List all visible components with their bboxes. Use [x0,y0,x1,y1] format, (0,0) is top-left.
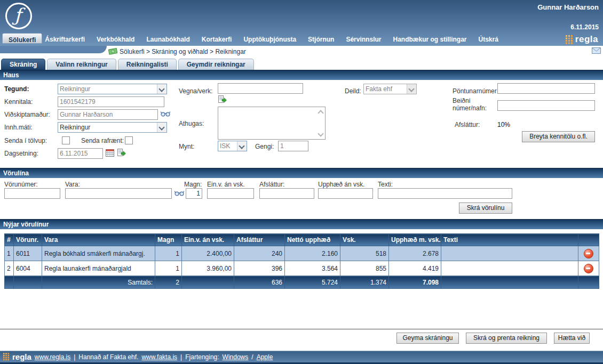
apple-link[interactable]: Apple [257,353,273,361]
senda-rafraent-checkbox[interactable] [125,136,133,144]
delete-row-icon[interactable] [584,249,593,258]
senda-tolvup-checkbox[interactable] [62,136,70,144]
vegna-field[interactable] [218,83,303,94]
afslattur-label: Afsláttur: [455,121,480,128]
breyta-kennitolu-button[interactable]: Breyta kennitölu o.fl. [522,131,595,142]
nav-item-stjornun[interactable]: Stjórnun [302,33,340,46]
fakta-link[interactable]: www.fakta.is [141,353,177,361]
cell: 2.678 [389,246,441,261]
col-hash: # [5,234,14,246]
nav-item-servinnslur[interactable]: Sérvinnslur [340,33,387,46]
beidni-field[interactable] [497,100,595,111]
cell: 3.960,00 [182,261,234,276]
chevron-down-icon[interactable] [237,141,247,151]
senda-tolvup-label: Senda í tölvup: [4,137,47,144]
kennitala-field[interactable] [58,96,164,107]
cell [14,276,42,289]
table-row: 1 6011 Regla bókhald smákerfi mánaðargj.… [5,246,599,261]
vara-label: Vara: [65,181,80,188]
texti-label: Texti: [378,181,393,188]
insert-date-icon[interactable] [117,149,126,157]
mail-icon[interactable] [592,47,601,55]
gengi-field[interactable] [278,141,308,151]
skra-og-prenta-button[interactable]: Skrá og prenta reikning [466,333,547,344]
bottom-divider [0,329,603,329]
nav-item-verkbokhald[interactable]: Verkbókhald [91,33,140,46]
regla-dots-icon [566,35,573,44]
athugas-textarea[interactable] [218,107,326,140]
deild-select[interactable]: Fakta ehf [363,84,417,94]
scroll-down-icon[interactable] [319,132,323,136]
cell: 6004 [14,261,42,276]
lookup-glasses-icon[interactable] [161,111,170,117]
col-vsk: Vsk. [340,234,389,246]
vorunumer-field[interactable] [4,188,60,199]
pontunarnumer-field[interactable] [497,83,595,94]
col-magn: Magn [155,234,182,246]
cell: 240 [234,246,285,261]
einv-label: Ein.v. án vsk. [207,181,244,188]
vara-field[interactable] [65,188,172,199]
vidskiptamadur-field[interactable] [58,109,158,120]
innhmati-select[interactable]: Reikningur [58,122,167,133]
regla-link[interactable]: www.regla.is [35,353,70,361]
einv-field[interactable] [207,188,254,199]
breadcrumb-bar: Sölukerfi > Skráning og viðhald > Reikni… [0,46,603,59]
footer-fjartenging-label: Fjartenging: [185,353,219,361]
tab-skraning[interactable]: Skráning [1,59,45,70]
regla-logo: regla [566,33,603,46]
dagsetning-field[interactable] [58,148,103,159]
cell: 1 [155,246,182,261]
insert-verk-icon[interactable] [218,95,227,103]
totals-magn: 2 [155,276,182,289]
vara-lookup-glasses-icon[interactable] [174,190,184,196]
nav-item-handbaekur[interactable]: Handbækur og stillingar [387,33,472,46]
tab-reikningalisti[interactable]: Reikningalisti [118,59,177,70]
cell: 3.564 [285,261,340,276]
nav-item-launabokhald[interactable]: Launabókhald [140,33,195,46]
nav-item-kortakerfi[interactable]: Kortakerfi [196,33,238,46]
breadcrumb: Sölukerfi > Skráning og viðhald > Reikni… [120,48,246,55]
geyma-skraningu-button[interactable]: Geyma skráningu [396,333,459,344]
nav-item-askriftarkerfi[interactable]: Áskriftarkerfi [39,33,91,46]
chevron-down-icon[interactable] [157,123,166,132]
fakta-logo-icon: ƒ [5,3,32,29]
table-row: 2 6004 Regla launakerfi mánaðargjald 1 3… [5,261,599,276]
tab-geymdir-reikningar[interactable]: Geymdir reikningar [178,59,254,70]
mynt-select[interactable]: ISK [218,141,247,151]
skra-vorulinu-button[interactable]: Skrá vörulínu [459,203,512,214]
totals-upphaed: 7.098 [389,276,441,289]
col-einv: Ein.v. án vsk. [182,234,234,246]
vorulina-afslattur-field[interactable] [259,188,314,199]
vegna-label: Vegna/verk: [179,87,212,95]
footer-slash: / [251,353,253,361]
mynt-label: Mynt: [179,143,194,150]
senda-rafraent-label: Senda rafrænt: [81,137,124,144]
upphaed-field[interactable] [318,188,373,199]
texti-field[interactable] [378,188,512,199]
col-upphaed-m-vsk: Upphæð m. vsk. [389,234,441,246]
nav-item-solukerfi[interactable]: Sölukerfi [2,33,42,44]
totals-netto: 5.724 [285,276,340,289]
cell: 2 [5,261,14,276]
windows-link[interactable]: Windows [223,353,249,361]
haetta-vid-button[interactable]: Hætta við [554,333,590,344]
tab-valinn-reikningur[interactable]: Valinn reikningur [47,59,116,70]
tegund-select[interactable]: Reikningur [58,84,167,94]
totals-row: Samtals: 2 636 5.724 1.374 7.098 [5,276,599,289]
chevron-down-icon[interactable] [157,84,166,94]
section-vorulina-header: Vörulína [0,168,603,178]
user-name: Gunnar Harðarson [537,3,599,11]
current-date: 6.11.2015 [570,23,599,31]
app-footer: regla www.regla.is | Hannað af Fakta ehf… [0,351,603,364]
delete-row-icon[interactable] [584,264,593,273]
magn-field[interactable] [186,188,202,199]
gengi-label: Gengi: [255,143,274,150]
nav-item-upptokuthjonusta[interactable]: Upptökuþjónusta [237,33,302,46]
chevron-down-icon[interactable] [407,84,416,94]
vidskiptamadur-label: Viðskiptamaður: [4,111,50,118]
calendar-icon[interactable] [106,149,114,157]
totals-vsk: 1.374 [340,276,389,289]
nav-item-utskra[interactable]: Útskrá [472,33,504,46]
scroll-up-icon[interactable] [319,109,323,114]
